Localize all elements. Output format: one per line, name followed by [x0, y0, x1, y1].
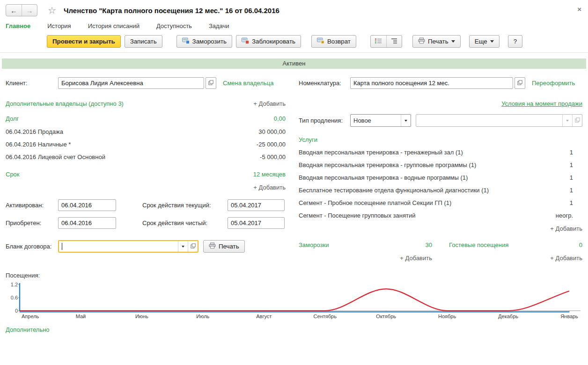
forward-button[interactable]: → [22, 5, 37, 16]
extra-owners-title[interactable]: Дополнительные владельцы (доступно 3) [6, 100, 124, 107]
svg-text:Июль: Июль [196, 314, 209, 319]
svg-text:1.2: 1.2 [11, 282, 18, 287]
close-icon[interactable]: × [577, 6, 581, 13]
service-row: Вводная персональная тренировка - тренаж… [299, 149, 582, 156]
favorite-star-icon[interactable]: ☆ [48, 6, 56, 15]
contract-open-button[interactable] [188, 241, 198, 252]
dropdown-caret-icon [182, 246, 184, 248]
renewal-type-value: Новое [351, 117, 401, 124]
service-name: Вводная персональная тренировка - группо… [299, 161, 476, 168]
client-open-button[interactable] [206, 77, 216, 89]
sale-terms-link[interactable]: Условия на момент продажи [501, 100, 582, 107]
valid-net-input[interactable] [228, 217, 285, 229]
refund-button[interactable]: Возврат [311, 35, 356, 48]
contract-combo-value[interactable] [59, 243, 178, 250]
visits-chart: 00.61.2АпрельМайИюньИюльАвгустСентябрьОк… [6, 280, 582, 323]
page-title: Членство "Карта полного посещения 12 мес… [64, 7, 279, 15]
service-name: Сегмент - Пробное посещение платной Секц… [299, 199, 451, 206]
service-qty: 1 [570, 187, 582, 194]
debt-row: 06.04.2016 Наличные * -25 000,00 [6, 141, 286, 148]
guest-visits-value[interactable]: 0 [579, 241, 582, 248]
freezes-value[interactable]: 30 [426, 241, 432, 248]
freeze-button[interactable]: Заморозить [176, 35, 232, 48]
add-term-link[interactable]: + Добавить [6, 184, 286, 191]
back-button[interactable]: ← [6, 5, 22, 16]
section-tabs: Главное История История списаний Доступн… [0, 16, 588, 29]
tab-dostupnost[interactable]: Доступность [156, 22, 192, 29]
hierarchy-list-button[interactable] [386, 36, 402, 47]
guest-visits-block: Гостевые посещения 0 + Добавить [449, 241, 582, 262]
debt-row-amount: 30 000,00 [258, 128, 286, 135]
contract-label: Бланк договора: [6, 243, 58, 250]
tab-istoriya-spisaniy[interactable]: История списаний [88, 22, 140, 29]
contract-dropdown-button[interactable] [178, 241, 188, 252]
hierarchy-list-icon [390, 38, 398, 45]
purchased-label: Приобретен: [6, 219, 58, 226]
renewal-target-dropdown-button[interactable] [562, 115, 572, 126]
visits-chart-block: Посещения: 00.61.2АпрельМайИюньИюльАвгус… [0, 272, 588, 324]
service-qty: 1 [570, 149, 582, 156]
term-value[interactable]: 12 месяцев [253, 171, 286, 178]
contract-print-label: Печать [219, 243, 239, 250]
renewal-dropdown-button[interactable] [401, 115, 411, 126]
term-title[interactable]: Срок [6, 171, 20, 178]
printer-icon [418, 37, 425, 45]
tab-istoriya[interactable]: История [47, 22, 71, 29]
window-header: ← → ☆ Членство "Карта полного посещения … [0, 0, 588, 16]
add-service-link[interactable]: + Добавить [299, 225, 582, 232]
debt-total[interactable]: 0,00 [274, 115, 286, 122]
freezes-guests-row: Заморозки 30 + Добавить Гостевые посещен… [299, 241, 582, 262]
block-button[interactable]: Заблокировать [236, 35, 301, 48]
status-text: Активен [283, 60, 306, 67]
add-owner-link[interactable]: + Добавить [253, 100, 286, 107]
debt-row-label: 06.04.2016 Продажа [6, 128, 63, 135]
guest-visits-title[interactable]: Гостевые посещения [449, 241, 508, 248]
services-title[interactable]: Услуги [299, 136, 582, 143]
renewal-type-combo[interactable]: Новое [350, 114, 411, 127]
change-owner-link[interactable]: Смена владельца [223, 80, 273, 87]
nomenclature-open-button[interactable] [514, 77, 525, 89]
contract-print-button[interactable]: Печать [203, 240, 245, 253]
service-name: Сегмент - Посещение групповых занятий [299, 212, 415, 219]
visits-chart-title: Посещения: [6, 272, 582, 279]
debt-title[interactable]: Долг [6, 115, 19, 122]
svg-text:0: 0 [15, 308, 18, 314]
post-and-close-button[interactable]: Провести и закрыть [47, 35, 121, 48]
add-freeze-link[interactable]: + Добавить [299, 255, 432, 262]
client-input[interactable] [58, 77, 204, 89]
service-name: Бесплатное тестирование отдела функциона… [299, 187, 489, 194]
renewal-target-combo[interactable] [416, 114, 582, 127]
contract-combo[interactable] [58, 240, 198, 253]
service-qty: 1 [570, 161, 582, 168]
additional-section-link[interactable]: Дополнительно [6, 326, 50, 333]
tab-zadachi[interactable]: Задачи [209, 22, 229, 29]
refund-card-icon [317, 37, 324, 45]
marked-list-button[interactable] [371, 36, 386, 47]
renewal-target-open-button[interactable] [572, 115, 582, 126]
save-button[interactable]: Записать [125, 35, 162, 48]
text-cursor [62, 243, 62, 250]
dropdown-caret-icon [490, 40, 494, 43]
more-button[interactable]: Еще [469, 35, 500, 48]
footer-row: Дополнительно [0, 326, 588, 333]
extra-owners-row: Дополнительные владельцы (доступно 3) + … [6, 100, 286, 107]
status-bar: Активен [2, 58, 586, 69]
purchased-input[interactable] [58, 217, 116, 229]
freezes-title[interactable]: Заморозки [299, 241, 329, 248]
service-row: Сегмент - Посещение групповых занятий не… [299, 212, 582, 219]
valid-current-input[interactable] [228, 199, 285, 211]
dropdown-caret-icon [566, 120, 569, 122]
nomenclature-input[interactable] [350, 77, 513, 89]
back-arrow-icon: ← [10, 7, 17, 15]
svg-text:Декабрь: Декабрь [498, 314, 518, 319]
renewal-label: Тип продления: [299, 117, 350, 124]
activated-input[interactable] [58, 199, 116, 211]
add-guest-visit-link[interactable]: + Добавить [449, 255, 582, 262]
svg-text:Май: Май [76, 314, 86, 319]
marked-list-icon [375, 38, 382, 45]
block-label: Заблокировать [252, 38, 295, 45]
tab-glavnoe[interactable]: Главное [6, 22, 30, 29]
print-menu-button[interactable]: Печать [412, 35, 461, 48]
help-button[interactable]: ? [508, 35, 522, 48]
reissue-link[interactable]: Переоформить [532, 80, 575, 87]
